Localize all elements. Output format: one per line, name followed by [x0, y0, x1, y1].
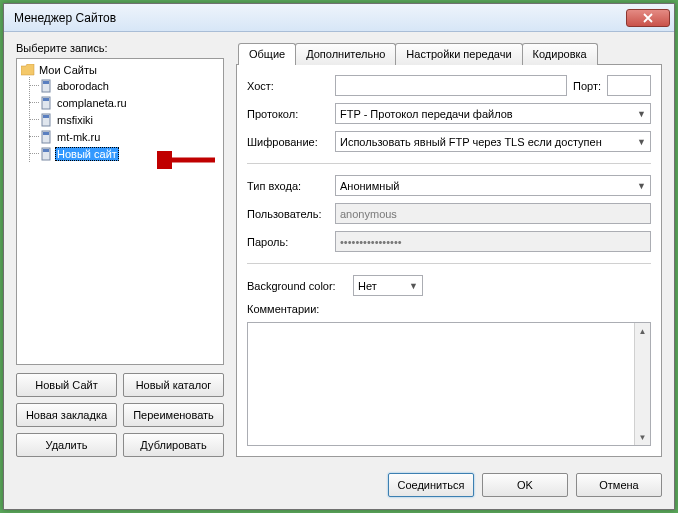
tree-item-label: aborodach: [55, 80, 111, 92]
duplicate-button[interactable]: Дублировать: [123, 433, 224, 457]
chevron-down-icon: ▼: [637, 181, 646, 191]
comments-textarea[interactable]: ▲ ▼: [247, 322, 651, 446]
svg-rect-5: [43, 115, 49, 118]
tree-item-label: Новый сайт: [55, 147, 119, 161]
tabs: Общие Дополнительно Настройки передачи К…: [238, 42, 662, 64]
cancel-button[interactable]: Отмена: [576, 473, 662, 497]
folder-icon: [21, 64, 35, 76]
left-pane: Выберите запись: Мои Сайты aborodach com…: [16, 42, 224, 457]
tab-transfer[interactable]: Настройки передачи: [395, 43, 522, 65]
connect-button[interactable]: Соединиться: [388, 473, 474, 497]
user-input: [335, 203, 651, 224]
tree-root[interactable]: Мои Сайты: [21, 63, 219, 77]
protocol-value: FTP - Протокол передачи файлов: [340, 108, 513, 120]
tree-item-label: msfixiki: [55, 114, 95, 126]
tree-item-label: mt-mk.ru: [55, 131, 102, 143]
logon-select[interactable]: Анонимный ▼: [335, 175, 651, 196]
new-folder-button[interactable]: Новый каталог: [123, 373, 224, 397]
encryption-label: Шифрование:: [247, 136, 329, 148]
right-pane: Общие Дополнительно Настройки передачи К…: [236, 42, 662, 457]
svg-rect-9: [43, 149, 49, 152]
encryption-select[interactable]: Использовать явный FTP через TLS если до…: [335, 131, 651, 152]
scroll-up-icon[interactable]: ▲: [635, 323, 650, 339]
port-label: Порт:: [573, 80, 601, 92]
bgcolor-select[interactable]: Нет ▼: [353, 275, 423, 296]
svg-rect-7: [43, 132, 49, 135]
close-icon: [643, 13, 653, 23]
footer: Соединиться OK Отмена: [4, 465, 674, 509]
chevron-down-icon: ▼: [409, 281, 418, 291]
tab-charset[interactable]: Кодировка: [522, 43, 598, 65]
user-label: Пользователь:: [247, 208, 329, 220]
port-input[interactable]: [607, 75, 651, 96]
scroll-down-icon[interactable]: ▼: [635, 429, 650, 445]
scrollbar[interactable]: ▲ ▼: [634, 323, 650, 445]
password-input: [335, 231, 651, 252]
delete-button[interactable]: Удалить: [16, 433, 117, 457]
tree-item-selected[interactable]: Новый сайт: [29, 145, 219, 162]
host-input[interactable]: [335, 75, 567, 96]
titlebar[interactable]: Менеджер Сайтов: [4, 4, 674, 32]
divider: [247, 163, 651, 164]
new-site-button[interactable]: Новый Сайт: [16, 373, 117, 397]
server-icon: [41, 113, 51, 127]
tree-children: aborodach complaneta.ru msfixiki mt-mk.r…: [29, 77, 219, 162]
content-area: Выберите запись: Мои Сайты aborodach com…: [4, 32, 674, 465]
server-icon: [41, 130, 51, 144]
tree-item-label: complaneta.ru: [55, 97, 129, 109]
logon-value: Анонимный: [340, 180, 399, 192]
server-icon: [41, 96, 51, 110]
server-icon: [41, 79, 51, 93]
password-label: Пароль:: [247, 236, 329, 248]
protocol-label: Протокол:: [247, 108, 329, 120]
svg-rect-3: [43, 98, 49, 101]
ok-button[interactable]: OK: [482, 473, 568, 497]
tree-root-label: Мои Сайты: [39, 64, 97, 76]
close-button[interactable]: [626, 9, 670, 27]
comments-label: Комментарии:: [247, 303, 651, 315]
chevron-down-icon: ▼: [637, 109, 646, 119]
tab-general[interactable]: Общие: [238, 43, 296, 65]
server-icon: [41, 147, 51, 161]
tree-item[interactable]: mt-mk.ru: [29, 128, 219, 145]
site-manager-window: Менеджер Сайтов Выберите запись: Мои Сай…: [3, 3, 675, 510]
encryption-value: Использовать явный FTP через TLS если до…: [340, 136, 602, 148]
tree-buttons: Новый Сайт Новый каталог Новая закладка …: [16, 373, 224, 457]
tree-item[interactable]: msfixiki: [29, 111, 219, 128]
tree-item[interactable]: complaneta.ru: [29, 94, 219, 111]
window-title: Менеджер Сайтов: [14, 11, 626, 25]
new-bookmark-button[interactable]: Новая закладка: [16, 403, 117, 427]
host-label: Хост:: [247, 80, 329, 92]
bgcolor-label: Background color:: [247, 280, 347, 292]
chevron-down-icon: ▼: [637, 137, 646, 147]
bgcolor-value: Нет: [358, 280, 377, 292]
logon-label: Тип входа:: [247, 180, 329, 192]
protocol-select[interactable]: FTP - Протокол передачи файлов ▼: [335, 103, 651, 124]
site-tree[interactable]: Мои Сайты aborodach complaneta.ru msfixi…: [16, 58, 224, 365]
tab-advanced[interactable]: Дополнительно: [295, 43, 396, 65]
select-entry-label: Выберите запись:: [16, 42, 224, 54]
svg-rect-1: [43, 81, 49, 84]
rename-button[interactable]: Переименовать: [123, 403, 224, 427]
divider: [247, 263, 651, 264]
tab-body: Хост: Порт: Протокол: FTP - Протокол пер…: [236, 64, 662, 457]
tree-item[interactable]: aborodach: [29, 77, 219, 94]
